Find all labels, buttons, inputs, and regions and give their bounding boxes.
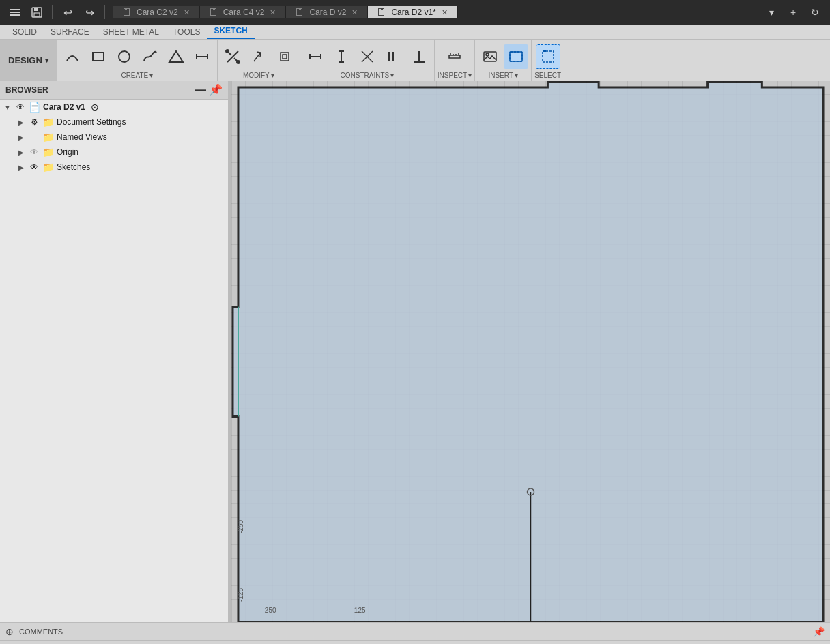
browser-item-cara-d2[interactable]: ▼ 👁 📄 Cara D2 v1 ⊙	[0, 100, 228, 115]
expand-arrow-icon: ▼	[3, 102, 12, 112]
visibility-hidden-icon[interactable]: 👁	[29, 147, 40, 158]
svg-rect-36	[510, 52, 522, 61]
perpendicular-constraint-button[interactable]	[407, 44, 431, 69]
tab-label: Cara D2 v1*	[391, 8, 435, 17]
tab-list-button[interactable]: ▾	[762, 3, 781, 22]
insert-label: INSERT ▾	[488, 72, 518, 80]
folder-icon: 📁	[42, 132, 54, 143]
insert-dropdown-icon[interactable]: ▾	[515, 72, 518, 79]
extend-tool-button[interactable]	[246, 44, 271, 69]
app-menu-button[interactable]	[5, 3, 25, 22]
tab-close-button[interactable]: ✕	[440, 7, 449, 18]
arc-tool-button[interactable]	[60, 44, 85, 69]
tab-sheet-metal[interactable]: SHEET METAL	[96, 25, 166, 39]
save-button[interactable]	[27, 3, 46, 22]
item-dot-menu[interactable]: ⊙	[91, 102, 99, 113]
zoom-in-button[interactable]	[721, 641, 737, 645]
ruler-y-label: -250	[237, 520, 244, 533]
create-dropdown-icon[interactable]: ▾	[149, 72, 153, 79]
modify-tools	[220, 41, 297, 72]
browser-header: BROWSER — 📌	[0, 80, 228, 100]
constraints-dropdown-icon[interactable]: ▾	[390, 72, 394, 79]
insert-image-button[interactable]	[478, 44, 502, 69]
tab-tools[interactable]: TOOLS	[166, 25, 207, 39]
create-label: CREATE ▾	[121, 72, 153, 80]
line-tool-button[interactable]	[190, 44, 214, 69]
svg-point-14	[237, 61, 240, 63]
svg-point-35	[486, 53, 489, 56]
tab-surface[interactable]: SURFACE	[44, 25, 96, 39]
svg-rect-2	[10, 14, 20, 16]
refresh-button[interactable]: ↻	[805, 3, 825, 22]
svg-rect-4	[34, 8, 38, 11]
tab-cara-d2[interactable]: 🗒 Cara D2 v1* ✕	[368, 6, 457, 18]
svg-point-7	[119, 51, 130, 62]
visibility-icon[interactable]: 👁	[29, 162, 40, 173]
design-button[interactable]: DESIGN ▾	[0, 40, 57, 80]
browser-item-origin[interactable]: ▶ 👁 📁 Origin	[11, 145, 228, 160]
tab-close-button[interactable]: ✕	[350, 7, 359, 18]
browser-item-named-views[interactable]: ▶ 📁 Named Views	[11, 130, 228, 145]
comments-pin-icon[interactable]: 📌	[813, 626, 825, 637]
ruler-x: -250 -125	[266, 603, 362, 617]
polygon-tool-button[interactable]	[164, 44, 188, 69]
modify-dropdown-icon[interactable]: ▾	[271, 72, 274, 79]
tab-cara-c4[interactable]: 🗒 Cara C4 v2 ✕	[200, 6, 287, 18]
spline-tool-button[interactable]	[138, 44, 162, 69]
svg-rect-5	[34, 13, 40, 16]
expand-arrow-icon: ▶	[16, 147, 26, 157]
divider	[52, 5, 53, 19]
select-box-button[interactable]	[536, 44, 560, 69]
tab-cara-d[interactable]: 🗒 Cara D v2 ✕	[286, 6, 368, 18]
tabs-area: 🗒 Cara C2 v2 ✕ 🗒 Cara C4 v2 ✕ 🗒 Cara D v…	[113, 6, 756, 18]
coincident-constraint-button[interactable]	[355, 44, 380, 69]
redo-button[interactable]: ↪	[80, 3, 99, 22]
parallel-constraint-button[interactable]	[381, 44, 405, 69]
tab-close-button[interactable]: ✕	[268, 7, 277, 18]
trim-tool-button[interactable]	[220, 44, 245, 69]
zoom-out-button[interactable]	[743, 641, 759, 645]
tab-label: Cara D v2	[309, 8, 346, 17]
horizontal-constraint-button[interactable]	[303, 44, 328, 69]
tab-close-button[interactable]: ✕	[182, 7, 191, 18]
canvas-button[interactable]	[504, 44, 528, 69]
browser-item-label: Named Views	[57, 132, 107, 142]
divider	[104, 5, 105, 19]
toolbar-section-inspect: INSPECT ▾	[435, 40, 475, 80]
browser-pin-button[interactable]: 📌	[209, 83, 223, 96]
inspect-tools	[442, 41, 467, 72]
offset-tool-button[interactable]	[272, 44, 297, 69]
constraints-label: CONSTRAINTS ▾	[341, 72, 395, 80]
browser-item-label: Document Settings	[57, 117, 126, 127]
new-tab-button[interactable]: +	[784, 3, 803, 22]
measure-button[interactable]	[442, 44, 467, 69]
svg-marker-8	[169, 51, 183, 62]
grid-toggle-button[interactable]	[786, 641, 803, 645]
comments-label: COMMENTS	[19, 628, 63, 636]
folder-icon: 📄	[29, 102, 40, 113]
move-tool-button[interactable]	[655, 641, 672, 645]
inspect-dropdown-icon[interactable]: ▾	[468, 72, 472, 79]
undo-button[interactable]: ↩	[58, 3, 77, 22]
viewport-canvas[interactable]: -250 -125 -250 -125	[231, 80, 830, 622]
visibility-icon[interactable]: 👁	[15, 102, 26, 113]
toolbar-section-modify: MODIFY ▾	[218, 40, 300, 80]
orbit-button[interactable]	[699, 641, 715, 645]
svg-rect-16	[283, 55, 287, 59]
toolbar-section-create: CREATE ▾	[57, 40, 218, 80]
display-settings-button[interactable]	[764, 641, 781, 645]
statusbar	[0, 640, 830, 644]
rectangle-tool-button[interactable]	[86, 44, 111, 69]
home-view-button[interactable]	[677, 641, 693, 645]
vertical-constraint-button[interactable]	[329, 44, 354, 69]
svg-rect-1	[10, 12, 20, 13]
comments-expand-icon[interactable]: ⊕	[5, 626, 14, 637]
browser-item-document-settings[interactable]: ▶ ⚙ 📁 Document Settings	[11, 115, 228, 130]
circle-tool-button[interactable]	[112, 44, 137, 69]
browser-item-sketches[interactable]: ▶ 👁 📁 Sketches	[11, 160, 228, 175]
view-cube-button[interactable]	[808, 641, 825, 645]
browser-minus-button[interactable]: —	[195, 84, 206, 96]
tab-cara-c2[interactable]: 🗒 Cara C2 v2 ✕	[113, 6, 200, 18]
tab-solid[interactable]: SOLID	[5, 25, 44, 39]
tab-sketch[interactable]: SKETCH	[207, 24, 254, 39]
